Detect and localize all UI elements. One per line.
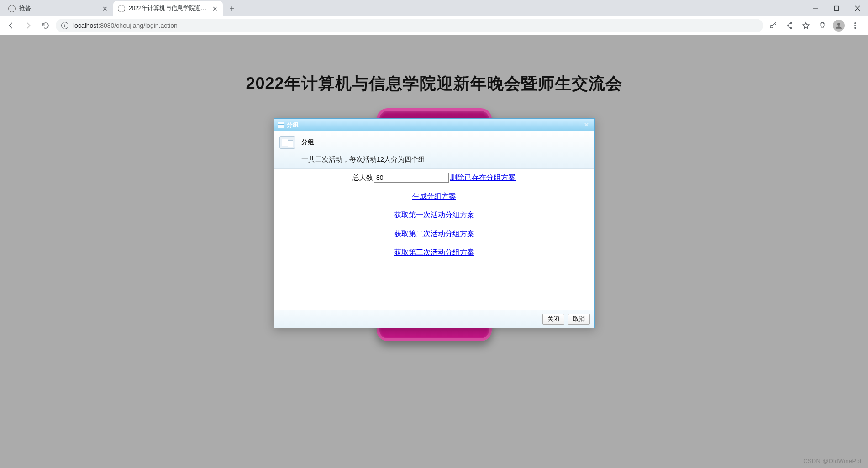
share-icon[interactable] [782,18,797,33]
total-input[interactable] [374,173,449,183]
modal-description: 一共三次活动，每次活动12人分为四个组 [279,155,589,164]
bookmark-star-icon[interactable] [799,18,813,33]
modal-header-title: 分组 [301,138,314,147]
window-close-button[interactable] [847,1,868,15]
globe-icon [118,5,125,12]
tab-search-button[interactable] [784,1,805,15]
profile-button[interactable] [831,18,846,33]
back-button[interactable] [4,18,18,33]
forward-button[interactable] [21,18,36,33]
svg-point-10 [855,22,856,23]
browser-chrome: 抢答 ✕ 2022年计算机与信息学院迎新年... ✕ ＋ i localhost… [0,0,868,35]
reload-button[interactable] [38,18,53,33]
globe-icon [8,5,16,12]
modal-overlay: 分组 ✕ 分组 一共三次活动，每次活动12人分为四个组 总人数 删除已存在分组方… [0,35,868,468]
modal-footer: 关闭 取消 [274,310,594,328]
page-viewport: 2022年计算机与信息学院迎新年晚会暨师生交流会 分组 ✕ 分组 一共三次活动，… [0,35,868,468]
modal-header: 分组 一共三次活动，每次活动12人分为四个组 [274,131,594,169]
total-label: 总人数 [352,174,373,182]
close-icon[interactable]: ✕ [212,5,218,12]
minimize-button[interactable] [805,1,826,15]
form-icon [279,136,295,149]
modal-window-title: 分组 [287,121,299,129]
svg-point-12 [855,27,856,28]
get-plan-2-link[interactable]: 获取第二次活动分组方案 [394,230,474,237]
tab-1[interactable]: 2022年计算机与信息学院迎新年... ✕ [113,1,223,16]
cancel-button[interactable]: 取消 [568,314,590,325]
address-bar: i localhost:8080/choujiang/login.action [0,16,868,35]
svg-point-5 [790,22,792,24]
url-text: localhost:8080/choujiang/login.action [73,22,178,29]
close-button[interactable]: 关闭 [542,314,564,325]
tab-strip: 抢答 ✕ 2022年计算机与信息学院迎新年... ✕ ＋ [0,0,868,16]
tab-title: 2022年计算机与信息学院迎新年... [129,5,208,12]
tab-0[interactable]: 抢答 ✕ [4,1,113,16]
group-modal: 分组 ✕ 分组 一共三次活动，每次活动12人分为四个组 总人数 删除已存在分组方… [274,118,595,328]
site-info-icon[interactable]: i [61,22,68,29]
svg-point-9 [837,23,840,26]
extensions-icon[interactable] [815,18,830,33]
svg-marker-8 [803,22,809,29]
password-key-icon[interactable] [766,18,780,33]
delete-plan-link[interactable]: 删除已存在分组方案 [450,173,516,183]
omnibox[interactable]: i localhost:8080/choujiang/login.action [56,19,763,32]
svg-point-7 [790,27,792,29]
close-icon[interactable]: ✕ [101,5,109,12]
modal-close-icon[interactable]: ✕ [583,121,591,128]
generate-plan-link[interactable]: 生成分组方案 [412,192,456,200]
new-tab-button[interactable]: ＋ [226,2,238,15]
svg-point-4 [770,25,773,28]
get-plan-1-link[interactable]: 获取第一次活动分组方案 [394,211,474,219]
window-controls [784,0,868,16]
toolbar-right [766,18,864,33]
watermark: CSDN @OldWinePot [803,457,862,464]
maximize-button[interactable] [826,1,847,15]
avatar-icon [833,20,845,32]
get-plan-3-link[interactable]: 获取第三次活动分组方案 [394,248,474,256]
modal-titlebar[interactable]: 分组 ✕ [274,119,594,131]
tab-title: 抢答 [19,5,98,12]
window-icon [278,122,284,128]
modal-body: 总人数 删除已存在分组方案 生成分组方案 获取第一次活动分组方案 获取第二次活动… [274,169,594,310]
svg-point-6 [787,25,789,26]
svg-point-11 [855,25,856,26]
svg-rect-1 [835,6,839,10]
menu-button[interactable] [848,18,863,33]
